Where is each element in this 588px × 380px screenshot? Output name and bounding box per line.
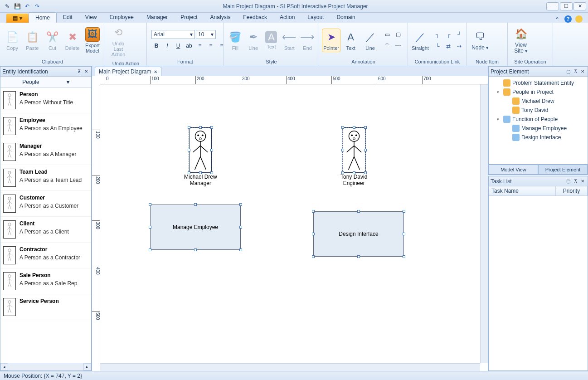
link-style-5-button[interactable]: ⇄ xyxy=(443,41,453,51)
ribbon-tab-manager[interactable]: Manager xyxy=(140,12,174,23)
bold-button[interactable]: B xyxy=(151,41,161,51)
tree-node[interactable]: Problem Statement Entity xyxy=(491,78,586,88)
ribbon-tab-project[interactable]: Project xyxy=(174,12,204,23)
link-style-1-button[interactable]: ┐ xyxy=(432,29,442,39)
paste-button[interactable]: 📋Paste xyxy=(23,29,42,52)
close-panel-icon[interactable]: ✕ xyxy=(83,68,89,75)
close-panel-icon[interactable]: ✕ xyxy=(579,68,586,75)
entity-item[interactable]: PersonA Person Without Title xyxy=(0,88,91,113)
ribbon-tab-employee[interactable]: Employee xyxy=(103,12,140,23)
qat-save-icon[interactable]: 💾 xyxy=(14,3,21,10)
underline-button[interactable]: U xyxy=(173,41,183,51)
start-style-button[interactable]: ⟵Start xyxy=(281,29,298,52)
minimize-button[interactable]: — xyxy=(546,2,559,10)
help-icon[interactable]: ? xyxy=(564,15,572,23)
entity-item[interactable]: ClientA Person as a Client xyxy=(0,217,91,243)
entity-filter-dropdown[interactable]: People ▾ xyxy=(0,77,91,88)
panel-hscroll[interactable]: ◂▸ xyxy=(0,363,91,370)
pin-icon[interactable]: ⊼ xyxy=(572,68,578,75)
copy-button[interactable]: 📄Copy xyxy=(3,29,22,52)
mouse-position-readout: Mouse Position: {X = 747, Y = 2} xyxy=(4,373,82,379)
tree-node[interactable]: Tony David xyxy=(491,106,586,115)
delete-button[interactable]: ✖Delete xyxy=(63,29,82,52)
link-style-4-button[interactable]: └ xyxy=(432,41,442,51)
diagram-function-manage-employee[interactable]: Manage Employee xyxy=(150,205,241,250)
entity-item[interactable]: CustomerA Person as a Customer xyxy=(0,191,91,217)
tree-node[interactable]: Manage Employee xyxy=(491,124,586,133)
link-style-2-button[interactable]: ┌ xyxy=(443,29,453,39)
tree-node[interactable]: Michael Drew xyxy=(491,97,586,106)
panel-tab[interactable]: Model View xyxy=(489,165,538,175)
italic-button[interactable]: I xyxy=(162,41,172,51)
person-icon xyxy=(3,298,16,316)
link-style-6-button[interactable]: ⇢ xyxy=(454,41,464,51)
maximize-panel-icon[interactable]: ▢ xyxy=(565,178,571,185)
pin-icon[interactable]: ⊼ xyxy=(572,178,578,185)
tree-node[interactable]: ▾People in Project xyxy=(491,88,586,97)
ribbon-tab-view[interactable]: View xyxy=(79,12,103,23)
entity-item[interactable]: ContractorA Person as a Contractor xyxy=(0,243,91,268)
fill-button[interactable]: 🪣Fill xyxy=(227,29,244,52)
straight-link-button[interactable]: ／Straight xyxy=(411,29,430,52)
entity-item[interactable]: EmployeeA Person as An Employee xyxy=(0,113,91,139)
diagram-canvas[interactable]: Michael DrewManager Tony DavidEngineer M… xyxy=(100,84,480,363)
status-dot-icon[interactable] xyxy=(575,15,583,23)
font-size-combo[interactable]: 10▾ xyxy=(196,30,216,39)
rect-shape-button[interactable]: ▭ xyxy=(382,29,392,39)
ribbon-tab-edit[interactable]: Edit xyxy=(57,12,79,23)
pointer-tool-button[interactable]: ➤Pointer xyxy=(322,29,340,52)
entity-item[interactable]: Sale PersonA Person as a Sale Rep xyxy=(0,268,91,294)
ribbon-tab-domain[interactable]: Domain xyxy=(330,12,361,23)
canvas-hscroll[interactable] xyxy=(100,363,480,371)
pin-icon[interactable]: ⊼ xyxy=(76,68,82,75)
end-style-button[interactable]: ⟶End xyxy=(299,29,316,52)
diagram-function-design-interface[interactable]: Design Interface xyxy=(313,211,404,257)
line-tool-button[interactable]: ／Line xyxy=(361,29,379,52)
qat-redo-icon[interactable]: ↷ xyxy=(34,3,41,10)
ribbon-tab-feedback[interactable]: Feedback xyxy=(237,12,273,23)
font-family-combo[interactable]: Arial▾ xyxy=(151,30,195,39)
text-tool-button[interactable]: AText xyxy=(341,29,360,52)
roundrect-shape-button[interactable]: ▢ xyxy=(393,29,403,39)
align-center-button[interactable]: ≡ xyxy=(206,41,216,51)
document-tab[interactable]: Main Project Diagram✕ xyxy=(95,67,161,76)
view-site-button[interactable]: 🏠View Site ▾ xyxy=(510,26,531,55)
file-menu-button[interactable]: ▤▾ xyxy=(6,14,29,23)
diagram-person-michael[interactable]: Michael DrewManager xyxy=(184,127,217,187)
ribbon-tab-home[interactable]: Home xyxy=(29,12,57,23)
entity-item[interactable]: ManagerA Person as A Manager xyxy=(0,139,91,165)
qat-undo-icon[interactable]: ↶ xyxy=(24,3,31,10)
task-col-priority[interactable]: Priority xyxy=(556,186,588,195)
curve-shape-button[interactable]: 〰 xyxy=(393,41,403,51)
ribbon-expand-icon[interactable]: ^ xyxy=(554,15,561,23)
svg-point-42 xyxy=(10,224,10,224)
ribbon-tab-layout[interactable]: Layout xyxy=(301,12,330,23)
entity-item[interactable]: Team LeadA Person as a Team Lead xyxy=(0,165,91,191)
maximize-panel-icon[interactable]: ▢ xyxy=(565,68,571,75)
cut-button[interactable]: ✂️Cut xyxy=(43,29,62,52)
tree-node[interactable]: ▾Function of People xyxy=(491,115,586,124)
ribbon: 📄Copy 📋Paste ✂️Cut ✖Delete 🖼Export Model… xyxy=(0,23,588,66)
strike-button[interactable]: ab xyxy=(184,41,194,51)
node-button[interactable]: 🗨Node ▾ xyxy=(470,29,491,52)
task-col-name[interactable]: Task Name xyxy=(489,186,556,195)
qat-pencil-icon[interactable]: ✎ xyxy=(4,3,11,10)
export-model-button[interactable]: 🖼Export Model xyxy=(83,26,102,54)
line-style-button[interactable]: ✒Line xyxy=(245,29,262,52)
text-style-button[interactable]: AText xyxy=(263,30,280,50)
close-button[interactable]: ✕ xyxy=(573,2,586,10)
close-tab-icon[interactable]: ✕ xyxy=(154,69,157,74)
maximize-button[interactable]: ☐ xyxy=(560,2,573,10)
ribbon-tab-analysis[interactable]: Analysis xyxy=(204,12,237,23)
tree-node[interactable]: Design Interface xyxy=(491,133,586,142)
entity-item[interactable]: Service Person xyxy=(0,294,91,320)
arc-shape-button[interactable]: ⌒ xyxy=(382,41,392,51)
undo-last-action-button[interactable]: ⟲Undo Last Action xyxy=(108,24,129,58)
panel-tab[interactable]: Project Element xyxy=(538,165,588,175)
ribbon-tab-action[interactable]: Action xyxy=(273,12,301,23)
link-style-3-button[interactable]: ┘ xyxy=(454,29,464,39)
canvas-vscroll[interactable] xyxy=(480,84,488,363)
align-left-button[interactable]: ≡ xyxy=(195,41,205,51)
diagram-person-tony[interactable]: Tony DavidEngineer xyxy=(340,127,367,187)
close-panel-icon[interactable]: ✕ xyxy=(579,178,586,185)
